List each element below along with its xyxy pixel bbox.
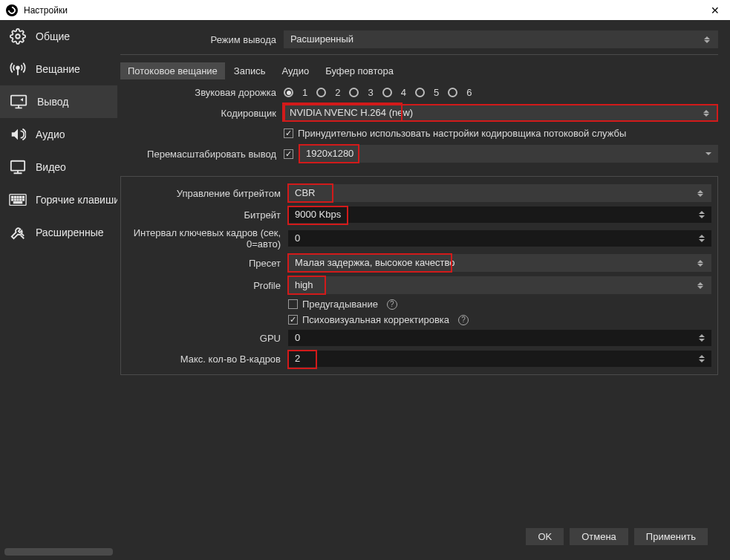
keyint-label: Интервал ключевых кадров (сек, 0=авто) — [127, 227, 288, 250]
rescale-select[interactable]: 1920x1280 — [299, 145, 718, 163]
output-mode-select[interactable]: Расширенный — [284, 30, 718, 48]
bframes-value: 2 — [295, 351, 300, 367]
audio-track-radio-2[interactable] — [316, 88, 326, 97]
enforce-checkbox[interactable] — [284, 128, 293, 138]
encoder-value: NVIDIA NVENC H.264 (new) — [290, 104, 413, 122]
bitrate-input[interactable]: 9000 Kbps — [288, 206, 711, 223]
apply-button[interactable]: Применить — [634, 528, 708, 545]
svg-rect-5 — [12, 196, 13, 198]
enforce-label: Принудительно использовать настройки код… — [298, 128, 626, 139]
ok-button[interactable]: OK — [526, 528, 564, 545]
profile-label: Profile — [127, 280, 288, 291]
svg-point-1 — [16, 66, 19, 69]
divider — [120, 54, 718, 55]
tab-audio[interactable]: Аудио — [274, 62, 316, 79]
info-icon[interactable]: ? — [458, 315, 469, 325]
bitrate-label: Битрейт — [127, 209, 288, 221]
svg-rect-3 — [11, 161, 25, 171]
profile-value: high — [295, 276, 313, 294]
spinner-icon[interactable] — [699, 211, 705, 218]
audio-track-num: 4 — [401, 87, 406, 98]
audio-track-radios: 1 2 3 4 5 6 — [284, 87, 718, 98]
monitor-icon — [10, 93, 28, 111]
preset-label: Пресет — [127, 258, 288, 269]
gpu-label: GPU — [127, 333, 288, 344]
preset-value: Малая задержка, высокое качество — [295, 254, 454, 272]
footer: OK Отмена Применить — [117, 521, 718, 553]
tabs: Потоковое вещание Запись Аудио Буфер пов… — [120, 62, 718, 79]
sidebar-item-audio[interactable]: Аудио — [0, 118, 117, 151]
bframes-label: Макс. кол-во B-кадров — [127, 354, 288, 365]
titlebar: Настройки ✕ — [0, 0, 730, 20]
chevron-down-icon — [705, 152, 711, 155]
spinner-icon[interactable] — [699, 235, 705, 242]
svg-rect-15 — [13, 202, 22, 204]
output-mode-label: Режим вывода — [120, 34, 284, 45]
rescale-label: Перемасштабировать вывод — [120, 149, 284, 160]
close-icon[interactable]: ✕ — [706, 3, 724, 18]
svg-rect-2 — [11, 96, 26, 105]
rescale-checkbox[interactable] — [284, 149, 293, 159]
tab-streaming[interactable]: Потоковое вещание — [120, 62, 225, 79]
psycho-label: Психовизуальная корректировка — [302, 314, 449, 325]
audio-track-num: 1 — [302, 87, 307, 98]
sidebar-item-stream[interactable]: Вещание — [0, 53, 117, 85]
audio-track-num: 6 — [466, 87, 472, 98]
svg-rect-13 — [20, 199, 22, 201]
rate-control-select[interactable]: CBR — [288, 184, 711, 202]
speaker-icon — [9, 126, 27, 143]
tab-replay-buffer[interactable]: Буфер повтора — [318, 62, 401, 79]
tab-recording[interactable]: Запись — [227, 62, 273, 79]
keyint-input[interactable]: 0 — [288, 230, 711, 247]
sidebar: Общие Вещание Вывод Аудио Видео — [0, 20, 117, 560]
svg-rect-6 — [14, 196, 16, 198]
audio-track-label: Звуковая дорожка — [120, 87, 284, 98]
cancel-button[interactable]: Отмена — [570, 528, 628, 545]
bitrate-value: 9000 Kbps — [295, 206, 341, 223]
audio-track-num: 3 — [368, 87, 373, 98]
encoder-label: Кодировщик — [120, 108, 284, 119]
audio-track-radio-3[interactable] — [349, 88, 359, 97]
tools-icon — [9, 224, 27, 241]
updown-icon — [702, 110, 711, 117]
content-area: Режим вывода Расширенный Потоковое вещан… — [117, 20, 730, 560]
rescale-value: 1920x1280 — [306, 145, 353, 163]
gear-icon — [9, 27, 27, 45]
broadcast-icon — [9, 60, 27, 78]
sidebar-item-label: Вывод — [37, 96, 68, 108]
audio-track-radio-6[interactable] — [448, 88, 457, 97]
lookahead-checkbox[interactable] — [288, 299, 298, 309]
lookahead-label: Предугадывание — [302, 299, 378, 310]
svg-rect-9 — [22, 196, 24, 198]
sidebar-item-general[interactable]: Общие — [0, 20, 117, 53]
sidebar-item-label: Общие — [36, 30, 70, 42]
profile-select[interactable]: high — [288, 276, 711, 294]
svg-rect-11 — [14, 199, 16, 201]
app-icon — [6, 4, 18, 16]
audio-track-radio-5[interactable] — [415, 88, 425, 97]
audio-track-radio-1[interactable] — [284, 88, 293, 97]
sidebar-item-video[interactable]: Видео — [0, 151, 117, 183]
spinner-icon[interactable] — [699, 355, 705, 362]
encoder-select[interactable]: NVIDIA NVENC H.264 (new) — [284, 104, 718, 122]
sidebar-item-label: Вещание — [36, 63, 80, 75]
sidebar-scrollbar[interactable] — [4, 548, 113, 556]
rate-control-value: CBR — [295, 184, 315, 202]
bframes-input[interactable]: 2 — [288, 351, 711, 367]
sidebar-item-label: Расширенные — [36, 227, 104, 238]
gpu-value: 0 — [295, 330, 300, 346]
updown-icon — [696, 190, 705, 197]
sidebar-item-hotkeys[interactable]: Горячие клавиши — [0, 183, 117, 216]
preset-select[interactable]: Малая задержка, высокое качество — [288, 254, 711, 272]
audio-track-radio-4[interactable] — [382, 88, 392, 97]
output-mode-value: Расширенный — [290, 30, 353, 48]
info-icon[interactable]: ? — [387, 299, 397, 310]
sidebar-item-output[interactable]: Вывод — [0, 85, 117, 118]
window-title: Настройки — [24, 5, 706, 16]
keyboard-icon — [9, 191, 27, 209]
psycho-checkbox[interactable] — [288, 315, 298, 325]
sidebar-item-label: Аудио — [36, 128, 65, 140]
gpu-input[interactable]: 0 — [288, 330, 711, 346]
sidebar-item-advanced[interactable]: Расширенные — [0, 216, 117, 249]
spinner-icon[interactable] — [699, 334, 705, 342]
